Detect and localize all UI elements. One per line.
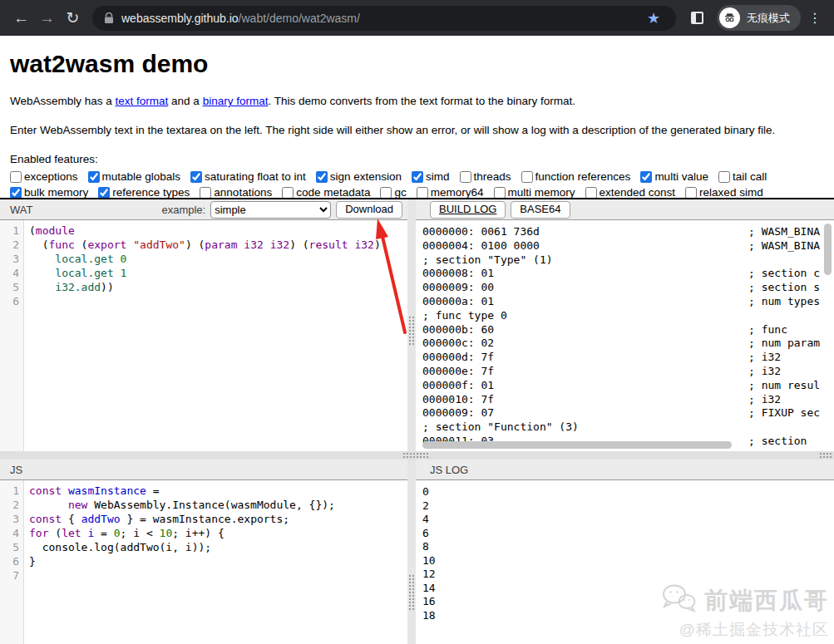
feature-checkbox[interactable] <box>412 171 423 183</box>
hex-bytes: 000000a: 01 <box>422 295 748 309</box>
feature-checkbox[interactable] <box>521 171 533 183</box>
hex-comment: ; section <box>748 435 807 449</box>
code-line: console.log(addTwo(i, i)); <box>29 540 407 554</box>
line-number: 5 <box>0 280 19 294</box>
feature-item[interactable]: annotations <box>200 186 272 199</box>
feature-item[interactable]: function references <box>521 170 631 183</box>
feature-item[interactable]: code metadata <box>282 186 370 199</box>
reload-button[interactable]: ↻ <box>60 6 86 31</box>
feature-checkbox[interactable] <box>200 187 211 199</box>
binary-format-link[interactable]: binary format <box>203 95 269 107</box>
feature-item[interactable]: simd <box>412 170 450 183</box>
wat-code[interactable]: (module (func (export "addTwo") (param i… <box>24 220 407 451</box>
feature-item[interactable]: extended const <box>585 186 676 199</box>
lock-icon[interactable] <box>104 12 114 24</box>
feature-item[interactable]: gc <box>380 186 406 199</box>
feature-label: sign extension <box>330 170 402 183</box>
feature-checkbox[interactable] <box>585 187 597 199</box>
feature-item[interactable]: relaxed simd <box>685 186 763 199</box>
line-number: 4 <box>0 526 19 540</box>
splitter-grip[interactable] <box>408 316 415 346</box>
top-vertical-splitter[interactable] <box>407 199 416 451</box>
js-label: JS <box>10 464 22 476</box>
feature-checkbox[interactable] <box>316 171 328 183</box>
feature-label: annotations <box>214 186 272 199</box>
side-panel-icon[interactable] <box>691 12 703 24</box>
hex-comment: ; num param <box>748 337 820 351</box>
hex-comment: ; i32 <box>748 393 781 407</box>
wat-editor[interactable]: 123456 (module (func (export "addTwo") (… <box>0 220 407 451</box>
feature-checkbox[interactable] <box>282 187 294 199</box>
feature-checkbox[interactable] <box>417 187 428 199</box>
hex-bytes: 000000c: 02 <box>422 337 748 351</box>
feature-label: saturating float to int <box>205 170 306 183</box>
text-format-link[interactable]: text format <box>116 95 169 107</box>
js-editor[interactable]: 1234567 const wasmInstance = new WebAsse… <box>0 480 407 644</box>
js-log-value: 4 <box>422 513 436 527</box>
build-log-horizontal-scrollbar[interactable] <box>422 441 732 449</box>
build-log-tab[interactable]: BUILD LOG <box>430 201 506 219</box>
base64-tab[interactable]: BASE64 <box>511 201 570 219</box>
splitter-grip[interactable] <box>819 452 832 459</box>
hex-bytes: 000000f: 01 <box>422 379 748 393</box>
feature-checkbox[interactable] <box>380 187 392 199</box>
splitter-grip[interactable] <box>408 574 415 611</box>
feature-item[interactable]: threads <box>460 170 511 183</box>
hex-bytes: ; func type 0 <box>422 309 748 323</box>
build-log-output[interactable]: 0000000: 0061 736d ; WASM_BINA 0000004: … <box>416 220 834 451</box>
build-log-vertical-scrollbar[interactable] <box>824 224 832 275</box>
feature-item[interactable]: mutable globals <box>88 170 181 183</box>
url-text[interactable]: webassembly.github.io/wabt/demo/wat2wasm… <box>121 12 360 25</box>
bookmark-star-icon[interactable]: ★ <box>643 9 664 27</box>
feature-item[interactable]: tail call <box>718 170 767 183</box>
js-code[interactable]: const wasmInstance = new WebAssembly.Ins… <box>24 480 407 644</box>
incognito-icon <box>719 7 740 28</box>
feature-item[interactable]: exceptions <box>10 170 78 183</box>
forward-button[interactable]: → <box>34 6 60 31</box>
feature-checkbox[interactable] <box>460 171 471 183</box>
feature-checkbox[interactable] <box>718 171 730 183</box>
incognito-badge: 无痕模式 <box>717 5 801 31</box>
url-domain: webassembly.github.io <box>121 12 239 25</box>
feature-item[interactable]: sign extension <box>316 170 402 183</box>
example-select[interactable]: simple <box>210 201 331 219</box>
feature-label: memory64 <box>431 186 484 199</box>
feature-checkbox[interactable] <box>10 187 22 199</box>
bottom-vertical-splitter[interactable] <box>407 460 416 644</box>
feature-checkbox[interactable] <box>640 171 652 183</box>
feature-label: extended const <box>600 186 676 199</box>
feature-item[interactable]: multi value <box>640 170 708 183</box>
code-line: const { addTwo } = wasmInstance.exports; <box>29 512 407 526</box>
feature-item[interactable]: saturating float to int <box>190 170 306 183</box>
horizontal-splitter[interactable] <box>0 451 834 460</box>
address-bar[interactable]: webassembly.github.io/wabt/demo/wat2wasm… <box>92 6 676 31</box>
line-number: 1 <box>0 224 19 238</box>
feature-checkbox[interactable] <box>494 187 506 199</box>
wat-label: WAT <box>10 204 32 216</box>
line-number: 4 <box>0 266 19 280</box>
js-log-value: 6 <box>422 527 436 541</box>
hex-bytes: 000000b: 60 <box>422 323 748 337</box>
feature-checkbox[interactable] <box>88 171 100 183</box>
back-button[interactable]: ← <box>8 6 34 31</box>
feature-checkbox[interactable] <box>685 187 697 199</box>
feature-checkbox-group: exceptions mutable globals saturating fl… <box>10 170 783 199</box>
feature-checkbox[interactable] <box>190 171 202 183</box>
feature-item[interactable]: multi memory <box>494 186 575 199</box>
line-number: 6 <box>0 554 19 568</box>
feature-checkbox[interactable] <box>98 187 110 199</box>
hex-comment: ; WASM_BINA <box>748 239 820 253</box>
build-log-line: ; func type 0 <box>422 309 834 323</box>
feature-checkbox[interactable] <box>10 171 22 183</box>
feature-item[interactable]: memory64 <box>417 186 484 199</box>
feature-item[interactable]: bulk memory <box>10 186 88 199</box>
js-panel: JS 1234567 const wasmInstance = new WebA… <box>0 460 407 644</box>
feature-label: reference types <box>112 186 190 199</box>
download-button[interactable]: Download <box>336 201 402 219</box>
browser-menu-icon[interactable]: ⋮ <box>804 10 826 26</box>
splitter-grip[interactable] <box>402 452 429 459</box>
intro-seg1: WebAssembly has a <box>10 95 116 107</box>
feature-label: function references <box>535 170 631 183</box>
feature-item[interactable]: reference types <box>98 186 190 199</box>
js-log-toolbar: JS LOG <box>416 460 834 480</box>
